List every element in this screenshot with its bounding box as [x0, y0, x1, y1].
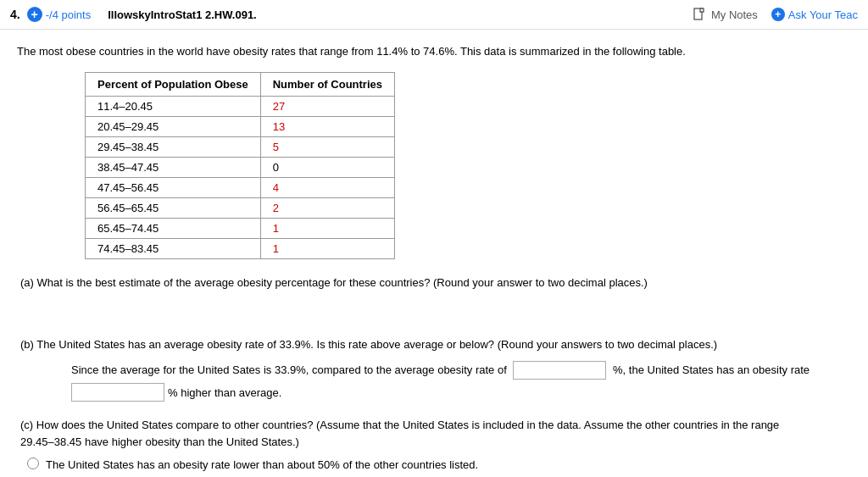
table-row: 11.4–20.4527 — [86, 96, 395, 116]
question-number: 4. — [10, 8, 20, 21]
part-b-text-3: % higher than average. — [168, 386, 281, 399]
content-area: The most obese countries in the world ha… — [0, 30, 831, 477]
part-b-input-1[interactable] — [513, 361, 606, 380]
table-row: 20.45–29.4513 — [86, 116, 395, 136]
count-cell: 5 — [260, 136, 394, 157]
count-cell: 1 — [260, 218, 394, 238]
part-b-input-2[interactable] — [71, 383, 164, 402]
range-cell: 65.45–74.45 — [86, 218, 261, 238]
range-cell: 56.45–65.45 — [86, 197, 261, 218]
ask-teacher-plus-icon: + — [771, 8, 785, 21]
part-b-label: (b) The United States has an average obe… — [20, 336, 814, 353]
col2-header: Number of Countries — [260, 72, 394, 96]
ask-teacher-label: Ask Your Teac — [788, 8, 858, 21]
my-notes-label: My Notes — [711, 8, 758, 21]
add-button[interactable]: + — [27, 7, 42, 22]
data-table: Percent of Population Obese Number of Co… — [85, 72, 395, 259]
table-row: 74.45–83.451 — [86, 238, 395, 258]
range-cell: 20.45–29.45 — [86, 116, 261, 136]
part-a-section: (a) What is the best estimate of the ave… — [20, 275, 814, 322]
points-text: -/4 points — [46, 8, 91, 21]
table-row: 38.45–47.450 — [86, 157, 395, 177]
header-bar: 4. + -/4 points IllowskyIntroStat1 2.HW.… — [0, 0, 868, 30]
radio-option[interactable]: The United States has an obesity rate lo… — [27, 457, 814, 474]
range-cell: 11.4–20.45 — [86, 96, 261, 116]
part-b-text-1: Since the average for the United Sates i… — [71, 363, 507, 376]
count-cell: 2 — [260, 197, 394, 218]
count-cell: 13 — [260, 116, 394, 136]
part-a-label: (a) What is the best estimate of the ave… — [20, 275, 814, 291]
header-actions: My Notes + Ask Your Teac — [693, 8, 858, 21]
count-cell: 27 — [260, 96, 394, 116]
range-cell: 47.45–56.45 — [86, 177, 261, 197]
table-row: 65.45–74.451 — [86, 218, 395, 238]
table-row: 47.45–56.454 — [86, 177, 395, 197]
radio-option-label: The United States has an obesity rate lo… — [46, 457, 478, 474]
ask-teacher-button[interactable]: + Ask Your Teac — [771, 8, 858, 21]
my-notes-button[interactable]: My Notes — [693, 8, 758, 21]
radio-options-container: The United States has an obesity rate lo… — [20, 457, 814, 477]
range-cell: 38.45–47.45 — [86, 157, 261, 177]
radio-circle-icon — [27, 458, 39, 469]
question-id: IllowskyIntroStat1 2.HW.091. — [108, 8, 693, 21]
count-cell: 4 — [260, 177, 394, 197]
table-row: 56.45–65.452 — [86, 197, 395, 218]
table-row: 29.45–38.455 — [86, 136, 395, 157]
part-b-inline-row: Since the average for the United Sates i… — [71, 360, 814, 380]
count-cell: 1 — [260, 238, 394, 258]
part-b-section: (b) The United States has an average obe… — [20, 336, 814, 402]
part-c-section: (c) How does the United States compare t… — [20, 417, 814, 477]
part-b-text-2: %, the United States has an obesity rate — [613, 363, 810, 376]
part-c-label: (c) How does the United States compare t… — [20, 417, 814, 450]
doc-icon — [693, 8, 705, 21]
count-cell: 0 — [260, 157, 394, 177]
range-cell: 29.45–38.45 — [86, 136, 261, 157]
range-cell: 74.45–83.45 — [86, 238, 261, 258]
part-b-blank-line: % higher than average. — [71, 383, 814, 402]
col1-header: Percent of Population Obese — [86, 72, 261, 96]
intro-text: The most obese countries in the world ha… — [17, 43, 814, 60]
